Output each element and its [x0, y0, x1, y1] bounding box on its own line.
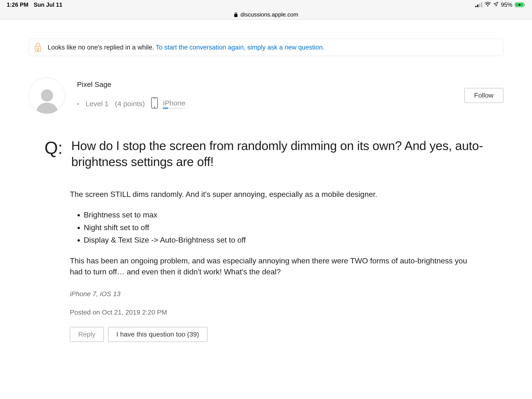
- svg-point-7: [154, 107, 155, 108]
- svg-point-4: [37, 48, 39, 50]
- notice-text: Looks like no one's replied in a while.: [48, 44, 156, 51]
- url-domain: discussions.apple.com: [241, 11, 298, 18]
- location-icon: [493, 1, 499, 8]
- status-bar: 1:26 PM Sun Jul 11 95%: [0, 0, 532, 10]
- author-username[interactable]: Pixel Sage: [77, 80, 185, 89]
- padlock-icon: [34, 42, 41, 52]
- question-block: Q: How do I stop the screen from randoml…: [29, 138, 503, 170]
- question-title: How do I stop the screen from randomly d…: [71, 138, 503, 170]
- svg-rect-6: [152, 97, 158, 108]
- lock-icon: [234, 12, 238, 17]
- battery-icon: [515, 2, 525, 7]
- me-too-button[interactable]: I have this question too (39): [108, 327, 208, 342]
- list-item: Brightness set to max: [84, 209, 472, 220]
- author-level: Level 1: [86, 100, 109, 108]
- post-date-meta: Posted on Oct 21, 2019 2:20 PM: [70, 308, 472, 317]
- question-intro: The screen STILL dims randomly. And it's…: [70, 189, 472, 200]
- question-body: The screen STILL dims randomly. And it's…: [70, 189, 472, 342]
- status-time: 1:26 PM: [7, 1, 28, 8]
- post-device-meta: iPhone 7, iOS 13: [70, 289, 472, 299]
- list-item: Night shift set to off: [84, 222, 472, 233]
- follow-button[interactable]: Follow: [464, 88, 503, 103]
- author-points: (4 points): [115, 100, 145, 108]
- stale-thread-notice: Looks like no one's replied in a while. …: [29, 39, 503, 56]
- cellular-signal-icon: [475, 2, 482, 7]
- url-bar[interactable]: discussions.apple.com: [0, 10, 532, 20]
- question-marker: Q:: [29, 138, 63, 170]
- svg-rect-2: [524, 4, 525, 6]
- svg-point-5: [41, 89, 53, 102]
- wifi-icon: [485, 1, 491, 8]
- iphone-icon: [151, 97, 158, 110]
- svg-rect-8: [153, 98, 156, 99]
- status-date: Sun Jul 11: [34, 1, 63, 8]
- battery-percentage: 95%: [501, 1, 512, 8]
- list-item: Display & Text Size -> Auto-Brightness s…: [84, 234, 472, 245]
- ask-new-question-link[interactable]: To start the conversation again, simply …: [156, 44, 324, 51]
- avatar[interactable]: [29, 77, 65, 114]
- reply-button[interactable]: Reply: [70, 327, 104, 342]
- question-bullet-list: Brightness set to max Night shift set to…: [70, 209, 472, 245]
- bullet-icon: ●: [77, 102, 79, 106]
- question-outro: This has been an ongoing problem, and wa…: [70, 255, 472, 278]
- author-device[interactable]: iPhone: [163, 99, 185, 109]
- author-header: Pixel Sage ● Level 1 (4 points) iPhone F…: [29, 77, 503, 114]
